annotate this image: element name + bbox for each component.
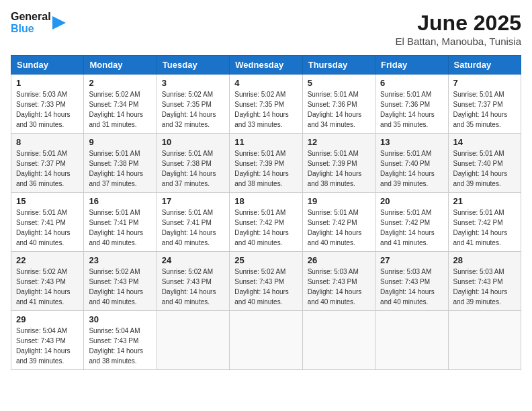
day-cell: 15Sunrise: 5:01 AMSunset: 7:41 PMDayligh… — [11, 193, 84, 252]
day-number: 6 — [380, 78, 443, 88]
day-cell: 18Sunrise: 5:01 AMSunset: 7:42 PMDayligh… — [230, 193, 302, 252]
day-info: Sunrise: 5:04 AMSunset: 7:43 PMDaylight:… — [16, 326, 79, 366]
weekday-header-row: SundayMondayTuesdayWednesdayThursdayFrid… — [11, 56, 521, 75]
day-cell — [448, 311, 521, 370]
day-info: Sunrise: 5:01 AMSunset: 7:36 PMDaylight:… — [380, 89, 443, 130]
logo: General Blue — [11, 11, 66, 34]
day-number: 18 — [234, 196, 297, 206]
day-cell: 22Sunrise: 5:02 AMSunset: 7:43 PMDayligh… — [11, 252, 84, 311]
day-cell: 30Sunrise: 5:04 AMSunset: 7:43 PMDayligh… — [84, 311, 157, 370]
day-number: 8 — [16, 137, 79, 147]
week-row-2: 8Sunrise: 5:01 AMSunset: 7:37 PMDaylight… — [11, 134, 521, 193]
day-cell: 23Sunrise: 5:02 AMSunset: 7:43 PMDayligh… — [84, 252, 157, 311]
day-info: Sunrise: 5:01 AMSunset: 7:37 PMDaylight:… — [453, 89, 516, 130]
logo-triangle-icon — [52, 13, 66, 32]
day-cell: 12Sunrise: 5:01 AMSunset: 7:39 PMDayligh… — [302, 134, 375, 193]
day-info: Sunrise: 5:01 AMSunset: 7:42 PMDaylight:… — [380, 208, 443, 248]
day-number: 10 — [162, 137, 224, 147]
day-number: 14 — [453, 137, 516, 147]
day-number: 13 — [380, 137, 443, 147]
day-cell — [302, 311, 375, 370]
day-number: 26 — [308, 255, 370, 265]
logo-graphic: General Blue — [11, 11, 66, 34]
title-area: June 2025 El Battan, Manouba, Tunisia — [395, 11, 521, 47]
logo-text-line1: General — [11, 11, 51, 23]
day-info: Sunrise: 5:02 AMSunset: 7:43 PMDaylight:… — [16, 267, 79, 307]
day-cell: 13Sunrise: 5:01 AMSunset: 7:40 PMDayligh… — [375, 134, 448, 193]
day-info: Sunrise: 5:02 AMSunset: 7:35 PMDaylight:… — [162, 89, 224, 130]
week-row-5: 29Sunrise: 5:04 AMSunset: 7:43 PMDayligh… — [11, 311, 521, 370]
day-info: Sunrise: 5:01 AMSunset: 7:41 PMDaylight:… — [162, 208, 224, 248]
day-info: Sunrise: 5:01 AMSunset: 7:41 PMDaylight:… — [16, 208, 79, 248]
day-number: 2 — [89, 78, 151, 88]
weekday-header-friday: Friday — [375, 56, 448, 75]
day-number: 16 — [89, 196, 151, 206]
day-info: Sunrise: 5:01 AMSunset: 7:42 PMDaylight:… — [453, 208, 516, 248]
calendar-table: SundayMondayTuesdayWednesdayThursdayFrid… — [11, 55, 521, 370]
day-info: Sunrise: 5:02 AMSunset: 7:43 PMDaylight:… — [89, 267, 151, 307]
day-info: Sunrise: 5:01 AMSunset: 7:42 PMDaylight:… — [308, 208, 370, 248]
day-cell: 4Sunrise: 5:02 AMSunset: 7:35 PMDaylight… — [230, 75, 302, 134]
day-cell: 10Sunrise: 5:01 AMSunset: 7:38 PMDayligh… — [157, 134, 229, 193]
week-row-1: 1Sunrise: 5:03 AMSunset: 7:33 PMDaylight… — [11, 75, 521, 134]
day-number: 7 — [453, 78, 516, 88]
logo-text-line2: Blue — [11, 23, 51, 35]
day-info: Sunrise: 5:01 AMSunset: 7:39 PMDaylight:… — [234, 148, 297, 189]
day-number: 27 — [380, 255, 443, 265]
day-number: 4 — [234, 78, 297, 88]
day-number: 15 — [16, 196, 79, 206]
day-number: 21 — [453, 196, 516, 206]
header: General Blue June 2025 El Battan, Manoub… — [11, 11, 521, 47]
day-number: 23 — [89, 255, 151, 265]
day-cell: 19Sunrise: 5:01 AMSunset: 7:42 PMDayligh… — [302, 193, 375, 252]
day-cell: 8Sunrise: 5:01 AMSunset: 7:37 PMDaylight… — [11, 134, 84, 193]
day-cell: 21Sunrise: 5:01 AMSunset: 7:42 PMDayligh… — [448, 193, 521, 252]
day-info: Sunrise: 5:01 AMSunset: 7:38 PMDaylight:… — [89, 148, 151, 189]
day-info: Sunrise: 5:01 AMSunset: 7:38 PMDaylight:… — [162, 148, 224, 189]
day-cell — [230, 311, 302, 370]
day-info: Sunrise: 5:02 AMSunset: 7:35 PMDaylight:… — [234, 89, 297, 130]
day-info: Sunrise: 5:04 AMSunset: 7:43 PMDaylight:… — [89, 326, 151, 366]
day-info: Sunrise: 5:03 AMSunset: 7:43 PMDaylight:… — [308, 267, 370, 307]
day-number: 9 — [89, 137, 151, 147]
day-number: 29 — [16, 314, 79, 324]
day-cell: 24Sunrise: 5:02 AMSunset: 7:43 PMDayligh… — [157, 252, 229, 311]
weekday-header-tuesday: Tuesday — [157, 56, 229, 75]
day-info: Sunrise: 5:02 AMSunset: 7:43 PMDaylight:… — [234, 267, 297, 307]
day-cell: 3Sunrise: 5:02 AMSunset: 7:35 PMDaylight… — [157, 75, 229, 134]
day-number: 17 — [162, 196, 224, 206]
week-row-4: 22Sunrise: 5:02 AMSunset: 7:43 PMDayligh… — [11, 252, 521, 311]
day-cell: 27Sunrise: 5:03 AMSunset: 7:43 PMDayligh… — [375, 252, 448, 311]
day-cell: 14Sunrise: 5:01 AMSunset: 7:40 PMDayligh… — [448, 134, 521, 193]
day-number: 30 — [89, 314, 151, 324]
day-cell: 16Sunrise: 5:01 AMSunset: 7:41 PMDayligh… — [84, 193, 157, 252]
day-info: Sunrise: 5:03 AMSunset: 7:43 PMDaylight:… — [380, 267, 443, 307]
day-number: 1 — [16, 78, 79, 88]
weekday-header-monday: Monday — [84, 56, 157, 75]
day-cell: 20Sunrise: 5:01 AMSunset: 7:42 PMDayligh… — [375, 193, 448, 252]
weekday-header-saturday: Saturday — [448, 56, 521, 75]
day-info: Sunrise: 5:03 AMSunset: 7:33 PMDaylight:… — [16, 89, 79, 130]
week-row-3: 15Sunrise: 5:01 AMSunset: 7:41 PMDayligh… — [11, 193, 521, 252]
day-cell: 2Sunrise: 5:02 AMSunset: 7:34 PMDaylight… — [84, 75, 157, 134]
day-info: Sunrise: 5:01 AMSunset: 7:40 PMDaylight:… — [380, 148, 443, 189]
day-number: 20 — [380, 196, 443, 206]
svg-marker-0 — [52, 16, 66, 30]
day-info: Sunrise: 5:01 AMSunset: 7:41 PMDaylight:… — [89, 208, 151, 248]
day-cell: 17Sunrise: 5:01 AMSunset: 7:41 PMDayligh… — [157, 193, 229, 252]
day-cell: 9Sunrise: 5:01 AMSunset: 7:38 PMDaylight… — [84, 134, 157, 193]
day-number: 19 — [308, 196, 370, 206]
day-number: 25 — [234, 255, 297, 265]
day-number: 11 — [234, 137, 297, 147]
weekday-header-wednesday: Wednesday — [230, 56, 302, 75]
calendar-title: June 2025 — [395, 11, 521, 36]
day-cell: 26Sunrise: 5:03 AMSunset: 7:43 PMDayligh… — [302, 252, 375, 311]
day-info: Sunrise: 5:01 AMSunset: 7:36 PMDaylight:… — [308, 89, 370, 130]
day-number: 12 — [308, 137, 370, 147]
day-cell: 7Sunrise: 5:01 AMSunset: 7:37 PMDaylight… — [448, 75, 521, 134]
day-info: Sunrise: 5:01 AMSunset: 7:40 PMDaylight:… — [453, 148, 516, 189]
day-number: 3 — [162, 78, 224, 88]
day-cell: 29Sunrise: 5:04 AMSunset: 7:43 PMDayligh… — [11, 311, 84, 370]
day-cell: 1Sunrise: 5:03 AMSunset: 7:33 PMDaylight… — [11, 75, 84, 134]
day-cell: 5Sunrise: 5:01 AMSunset: 7:36 PMDaylight… — [302, 75, 375, 134]
